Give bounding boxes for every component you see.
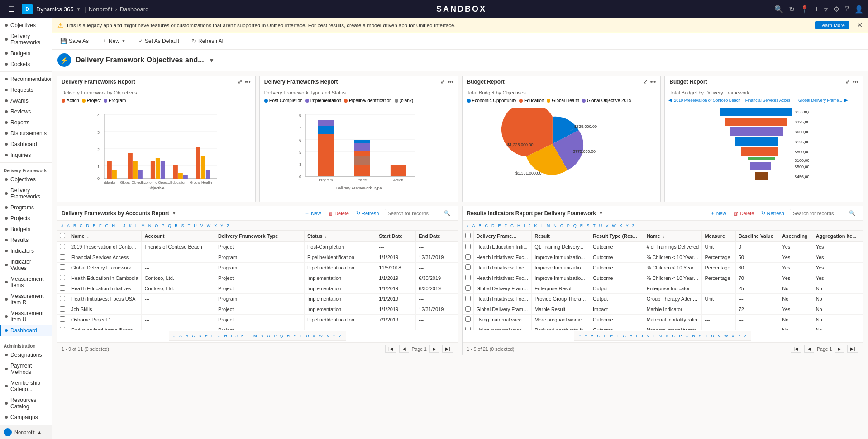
alpha-btn-a[interactable]: A: [66, 223, 71, 228]
alpha-btn-j[interactable]: J: [527, 223, 532, 228]
alpha-footer-btn-v[interactable]: V: [311, 333, 317, 339]
alpha-btn-t[interactable]: T: [591, 223, 597, 228]
th-account-1[interactable]: Account: [142, 231, 215, 242]
alpha-btn-o[interactable]: O: [559, 223, 565, 228]
th-baseline-2[interactable]: Baseline Value: [735, 231, 779, 242]
alpha-footer-btn-q[interactable]: Q: [279, 333, 285, 339]
prev-page-btn-1[interactable]: ◀: [399, 345, 409, 353]
alpha-footer-btn-r[interactable]: R: [286, 333, 291, 339]
expand-chart-1-icon[interactable]: ⤢: [238, 79, 242, 85]
add-nav-icon[interactable]: +: [815, 5, 819, 13]
th-start-date-1[interactable]: Start Date: [376, 231, 416, 242]
sidebar-item-df-measurement-r[interactable]: Measurement Item R: [0, 291, 52, 308]
th-status-1[interactable]: Status ↕: [304, 231, 376, 242]
alpha-footer-btn-c[interactable]: C: [596, 333, 601, 339]
table-new-button-1[interactable]: ＋ New: [303, 209, 323, 217]
alpha-btn-p[interactable]: P: [566, 223, 571, 228]
sidebar-item-dashboard-1[interactable]: Dashboard: [0, 139, 52, 150]
sidebar-item-df-dashboard[interactable]: Dashboard: [0, 325, 52, 336]
alpha-footer-btn-p[interactable]: P: [678, 333, 683, 339]
alpha-btn-e[interactable]: E: [91, 223, 97, 228]
td-checkbox[interactable]: [463, 315, 474, 325]
sidebar-item-recommendations[interactable]: Recommendations: [0, 74, 52, 85]
th-measure-2[interactable]: Measure: [702, 231, 735, 242]
alpha-btn-k[interactable]: K: [128, 223, 133, 228]
user-area[interactable]: Nonprofit ▲: [0, 425, 52, 439]
select-all-checkbox-1[interactable]: [60, 233, 65, 238]
alpha-footer-btn-a[interactable]: A: [583, 333, 588, 339]
row-checkbox[interactable]: [465, 327, 471, 330]
table-title-chevron-icon-2[interactable]: ▼: [599, 211, 603, 216]
table-search-2[interactable]: 🔍: [790, 209, 858, 217]
search-input-2[interactable]: [793, 211, 847, 216]
first-page-btn-1[interactable]: |◀: [385, 345, 396, 353]
sidebar-item-designations[interactable]: Designations: [0, 349, 52, 360]
sidebar-item-df-indicator-values[interactable]: Indicator Values: [0, 256, 52, 274]
alpha-footer-btn-j[interactable]: J: [234, 333, 239, 339]
alpha-btn-e[interactable]: E: [497, 223, 502, 228]
sidebar-item-df-measurement-items[interactable]: Measurement Items: [0, 274, 52, 291]
table-title-chevron-icon[interactable]: ▼: [172, 211, 176, 216]
alpha-btn-#[interactable]: #: [60, 223, 65, 228]
alpha-btn-m[interactable]: M: [140, 223, 146, 228]
sidebar-item-df-measurement-u[interactable]: Measurement Item U: [0, 308, 52, 325]
alpha-btn-x[interactable]: X: [618, 223, 624, 228]
alpha-btn-s[interactable]: S: [585, 223, 591, 228]
th-df-type-1[interactable]: Delivery Framework Type: [215, 231, 304, 242]
alpha-footer-btn-f[interactable]: F: [615, 333, 620, 339]
alpha-footer-btn-j[interactable]: J: [639, 333, 644, 339]
row-checkbox[interactable]: [465, 285, 471, 291]
alpha-btn-y[interactable]: Y: [219, 223, 224, 228]
alpha-footer-btn-p[interactable]: P: [272, 333, 278, 339]
alpha-footer-btn-c[interactable]: C: [191, 333, 196, 339]
alpha-footer-btn-h[interactable]: H: [223, 333, 229, 339]
alpha-btn-t[interactable]: T: [186, 223, 192, 228]
search-input-1[interactable]: [388, 211, 442, 216]
alpha-footer-btn-l[interactable]: L: [246, 333, 251, 339]
td-checkbox[interactable]: [463, 304, 474, 315]
th-ascending-2[interactable]: Ascending: [779, 231, 813, 242]
alpha-btn-u[interactable]: U: [192, 223, 198, 228]
sidebar-item-reports[interactable]: Reports: [0, 117, 52, 128]
alpha-footer-btn-y[interactable]: Y: [737, 333, 742, 339]
row-checkbox[interactable]: [465, 306, 471, 312]
alpha-footer-btn-n[interactable]: N: [259, 333, 265, 339]
alpha-btn-n[interactable]: N: [552, 223, 558, 228]
alpha-footer-btn-d[interactable]: D: [602, 333, 608, 339]
alpha-btn-w[interactable]: W: [205, 223, 212, 228]
alpha-footer-btn-f[interactable]: F: [210, 333, 215, 339]
table-search-1[interactable]: 🔍: [385, 209, 453, 217]
row-checkbox[interactable]: [60, 306, 65, 312]
td-checkbox[interactable]: [463, 242, 474, 252]
sidebar-item-disbursements[interactable]: Disbursements: [0, 128, 52, 139]
alpha-btn-f[interactable]: F: [503, 223, 509, 228]
alpha-footer-btn-b[interactable]: B: [184, 333, 190, 339]
row-checkbox[interactable]: [465, 254, 471, 260]
row-checkbox[interactable]: [60, 316, 65, 322]
th-result-type-2[interactable]: Result Type (Res...: [590, 231, 644, 242]
td-checkbox[interactable]: [57, 273, 68, 283]
alpha-btn-h[interactable]: H: [111, 223, 117, 228]
search-nav-icon[interactable]: 🔍: [774, 5, 783, 14]
alpha-btn-v[interactable]: V: [604, 223, 610, 228]
sidebar-item-inquiries[interactable]: Inquiries: [0, 150, 52, 160]
alpha-footer-btn-#[interactable]: #: [172, 333, 177, 339]
alpha-footer-btn-m[interactable]: M: [658, 333, 664, 339]
alpha-footer-btn-y[interactable]: Y: [331, 333, 337, 339]
alpha-footer-btn-x[interactable]: X: [730, 333, 736, 339]
alpha-footer-btn-m[interactable]: M: [252, 333, 258, 339]
th-result-2[interactable]: Result: [532, 231, 590, 242]
alpha-btn-q[interactable]: Q: [572, 223, 578, 228]
table-refresh-button-1[interactable]: ↻ Refresh: [354, 209, 381, 217]
sidebar-item-awards[interactable]: Awards: [0, 95, 52, 106]
alpha-footer-btn-i[interactable]: I: [229, 333, 234, 339]
row-checkbox[interactable]: [60, 327, 65, 330]
refresh-nav-icon[interactable]: ↻: [789, 5, 795, 14]
expand-chart-2-icon[interactable]: ⤢: [440, 79, 445, 85]
td-checkbox[interactable]: [57, 304, 68, 315]
alpha-footer-btn-q[interactable]: Q: [684, 333, 690, 339]
td-checkbox[interactable]: [463, 325, 474, 330]
row-checkbox[interactable]: [465, 275, 471, 280]
table-delete-button-2[interactable]: 🗑 Delete: [732, 210, 756, 217]
user-nav-icon[interactable]: 👤: [854, 5, 863, 14]
